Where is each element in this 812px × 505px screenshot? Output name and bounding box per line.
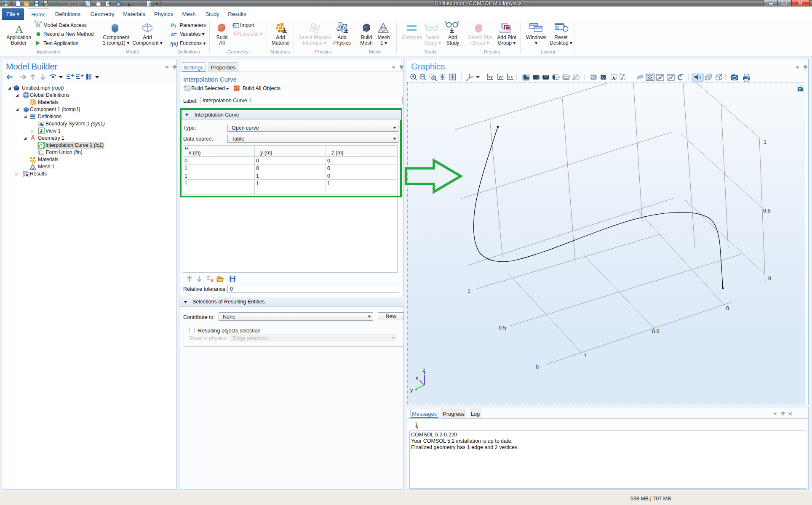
svg-text:zx: zx bbox=[508, 74, 513, 79]
svg-text:1: 1 bbox=[584, 353, 587, 359]
svg-text:0: 0 bbox=[726, 306, 729, 311]
svg-text:0: 0 bbox=[768, 276, 771, 282]
svg-text:Pi: Pi bbox=[171, 22, 176, 29]
svg-text:xy: xy bbox=[488, 74, 493, 79]
svg-text:0.5: 0.5 bbox=[652, 329, 659, 335]
svg-text:z: z bbox=[423, 367, 425, 373]
svg-text:x: x bbox=[416, 375, 418, 381]
svg-text:0.5: 0.5 bbox=[499, 325, 506, 331]
svg-text:yz: yz bbox=[499, 74, 503, 79]
svg-text:0.5: 0.5 bbox=[763, 208, 770, 214]
svg-text:a=: a= bbox=[171, 32, 177, 37]
svg-text:1: 1 bbox=[467, 288, 470, 294]
svg-text:0: 0 bbox=[536, 364, 539, 370]
svg-text:1: 1 bbox=[764, 139, 767, 145]
svg-text:f(x): f(x) bbox=[170, 41, 178, 47]
svg-text:y: y bbox=[410, 387, 413, 393]
svg-text:A: A bbox=[15, 23, 23, 35]
